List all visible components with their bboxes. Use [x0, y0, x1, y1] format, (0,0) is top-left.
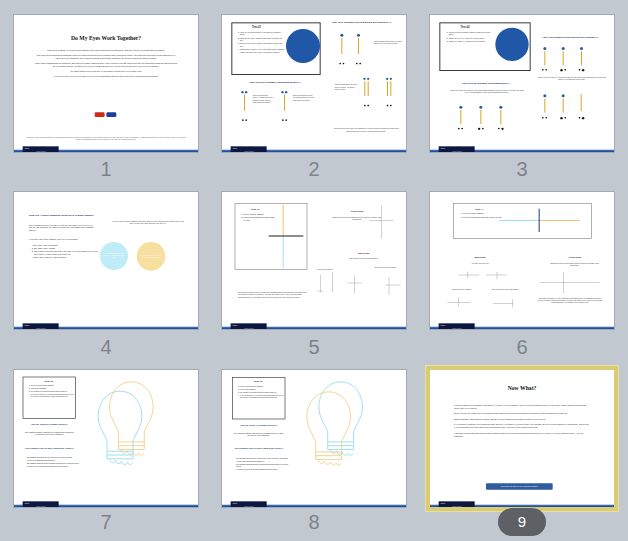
caption: You only see one line: [311, 268, 338, 270]
footnote: This test tells whether you are using an…: [537, 297, 602, 303]
stellar-heading: Your 3D Vision is Probably Stellar if:: [231, 424, 286, 427]
test-box-title: Test #3: [239, 208, 271, 211]
page-number-6: 6: [430, 336, 614, 359]
lack-list: The lightbulb appears to be on the scree…: [232, 457, 293, 470]
footer-logo-subtext: Vision Therapy: [36, 328, 46, 329]
double-pencil-unit: [386, 78, 392, 107]
paragraph: Most people whose eyes don't work togeth…: [35, 49, 178, 52]
stellar-heading: Your 3D Vision is Probably Stellar if:: [22, 423, 77, 426]
paragraph: Others struggle with reading, driving, s…: [454, 418, 590, 421]
heading-not-working: Your eyes probably aren't working well t…: [322, 21, 402, 24]
page-number-5: 5: [222, 336, 406, 359]
cyan-line: [283, 236, 284, 268]
caption: The lines do not meet in the middle: [483, 288, 528, 290]
pin-pencil: [562, 94, 565, 112]
slide-thumbnail-8[interactable]: Test #6 Put on red/green/blue glasses Lo…: [222, 370, 406, 507]
red-lens-icon: [95, 112, 105, 117]
footer-logo-subtext: Vision Therapy: [244, 506, 254, 507]
caption: When looking at the pencil, you saw one …: [253, 94, 274, 103]
page-number-3: 3: [430, 158, 614, 181]
page-number-8: 8: [222, 511, 406, 534]
cross-figure: [369, 220, 393, 221]
black-dot-pair: [458, 128, 463, 130]
blue-lens-icon: [106, 112, 116, 117]
paragraph: If you want to discuss your individual c…: [454, 423, 590, 429]
paragraph: The red should go over the right eye and…: [29, 224, 97, 232]
paragraph: Try these tests for free and see if your…: [35, 70, 178, 73]
test-box-title: Test #1: [234, 26, 279, 29]
cyan-test-circle: If you see this circle with your right e…: [100, 242, 128, 270]
slide9-body: If these tests were a struggle, impossib…: [454, 404, 590, 437]
paragraph: If you don't have these glasses, there a…: [29, 238, 97, 241]
blue-circle: [286, 29, 320, 63]
test-box-list: Put on red/blue glasses Look at each ima…: [459, 213, 506, 219]
page-number-7: 7: [14, 511, 198, 534]
dark-horizontal-line: [269, 235, 304, 236]
pin-pencil: [543, 47, 546, 65]
slide-thumbnail-9[interactable]: Now What? If these tests were a struggle…: [430, 370, 614, 507]
black-dot-pair: [478, 128, 484, 130]
caption: Put on your red/blue glasses and then lo…: [111, 220, 184, 225]
caption: The lines are off vertically: [440, 288, 483, 290]
test-box-title: Test #5: [25, 379, 72, 382]
lightbulb-outline-cyan: [90, 389, 150, 474]
footer-logo-subtext: Vision Therapy: [244, 151, 254, 152]
caption: When you cover one eye, the pencil stays…: [536, 76, 608, 81]
slide-thumbnail-5[interactable]: Test #3 Put on red/blue glasses Look at …: [222, 192, 406, 329]
pin-pencil: [562, 47, 565, 65]
test-box-list: Put on red/green/blue glasses Look at th…: [27, 385, 76, 399]
slide-sorter-grid: Do My Eyes Work Together? Most people wh…: [0, 0, 628, 541]
footnote: This test tells whether you are using an…: [238, 291, 307, 298]
line-figure: [497, 272, 498, 279]
test-box-title: Test #2: [443, 26, 486, 29]
cross-figure: [540, 282, 599, 283]
footer-logo-subtext: Vision Therapy: [452, 151, 462, 152]
slide-thumbnail-1[interactable]: Do My Eyes Work Together? Most people wh…: [14, 15, 198, 152]
bad-news-heading: Bad News: [458, 256, 501, 259]
cross-figure: [381, 205, 382, 238]
good-news-heading: Good News: [552, 256, 599, 259]
caption: The lines are off horizontally: [368, 266, 403, 268]
options-list: Buy some from my website Buy some from A…: [30, 244, 102, 260]
paragraph: The brain is so amazing at adapting! Whe…: [35, 54, 178, 60]
footer-logo-subtext: Vision Therapy: [452, 328, 462, 329]
heading-not-working: Your eyes probably aren't working well t…: [533, 36, 608, 39]
pin-pencil: [499, 106, 502, 124]
slide-thumbnail-2[interactable]: Test #1 Hold up a pencil between you and…: [222, 15, 406, 152]
slide9-title: Now What?: [443, 385, 600, 392]
slide1-title: Do My Eyes Work Together?: [27, 34, 184, 41]
blue-circle: [495, 28, 528, 61]
heading-coordinating: Your eyes are probably coordinating well…: [447, 82, 525, 85]
slide-thumbnail-6[interactable]: Test #4 Put on red/blue glasses Look at …: [430, 192, 614, 329]
footer-logo-subtext: Vision Therapy: [36, 151, 46, 152]
cross-figure: [563, 273, 564, 294]
caption: When you close your left eye, the pencil…: [449, 89, 526, 94]
slide-thumbnail-3[interactable]: Test #2 Hold a pencil at arm's length in…: [430, 15, 614, 152]
glasses-heading: Tests 3 & 4 require anaglyph red/green o…: [29, 213, 96, 216]
bad-news-text: The lines do not meet in the middle: [339, 257, 387, 259]
page-number-4: 4: [14, 336, 198, 359]
cyan-line: [499, 220, 539, 221]
lack-heading: You Probably Lack or have Limited 3D Vis…: [23, 447, 76, 450]
slide-thumbnail-4[interactable]: Tests 3 & 4 require anaglyph red/green o…: [14, 192, 198, 329]
paragraph: If you need help, click here to sign up …: [35, 75, 178, 78]
pencil-unit: [281, 91, 287, 121]
lack-list: The lightbulb appears to be flat on the …: [23, 457, 84, 468]
black-dot-pair: [560, 69, 566, 71]
paragraph: While these adaptations are amazing, 3D …: [35, 62, 178, 68]
pencil-unit: [339, 34, 344, 65]
footer-logo-subtext: Vision Therapy: [36, 506, 46, 507]
double-pencil-unit: [363, 78, 369, 107]
lightbulb-outline-yellow: [299, 389, 359, 474]
cross-figure: [354, 275, 355, 293]
line-figure: [317, 291, 323, 292]
test-box-title: Test #4: [463, 207, 495, 210]
cross-figure: [493, 303, 513, 304]
good-news-heading: Good News: [337, 210, 377, 213]
line-figure: [467, 271, 468, 278]
test-box-list: Put on red/blue glasses Look at each ima…: [239, 213, 276, 222]
slide-thumbnail-7[interactable]: Test #5 Put on red/green/blue glasses Lo…: [14, 370, 198, 507]
lack-heading: You Probably Lack or have Limited 3D Vis…: [232, 447, 285, 450]
caption: When looking at the tip of the circle or…: [335, 84, 359, 91]
cross-figure: [447, 302, 470, 303]
